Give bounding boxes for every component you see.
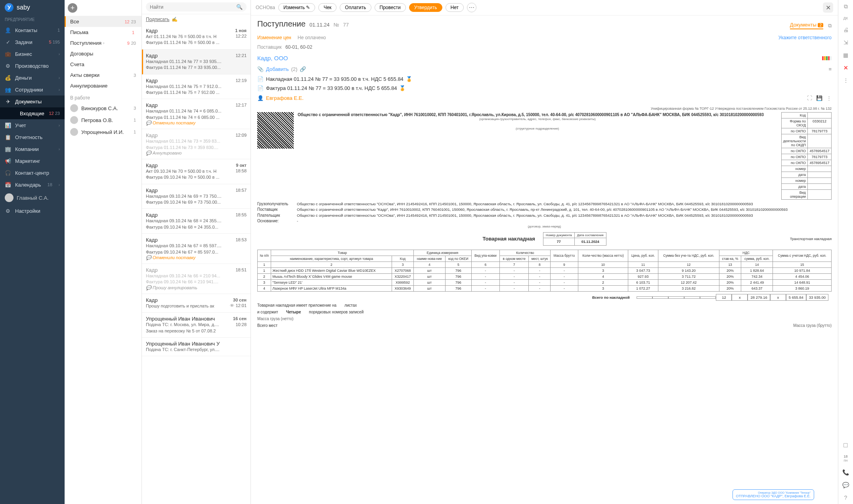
nav-icon: 📊 bbox=[5, 122, 11, 128]
edit-button[interactable]: Изменить ✎ bbox=[278, 3, 315, 12]
folder-Акты сверки[interactable]: Акты сверки3 bbox=[65, 70, 142, 80]
barcode-icon[interactable]: ▦ bbox=[843, 52, 848, 58]
dk-icon[interactable]: ДК bbox=[843, 16, 848, 20]
nav-icon: 📅 bbox=[5, 181, 11, 188]
approver-row[interactable]: 👤 Евграфова Е.Е. ⛶ 💾 ⋮ bbox=[251, 93, 838, 103]
phone-icon[interactable]: 📞 bbox=[842, 469, 849, 475]
medal-icon: 🏅 bbox=[406, 76, 412, 82]
list-item[interactable]: 30 сен👁12:01КадрПрошу подготовить и прис… bbox=[142, 294, 251, 313]
tab-documents[interactable]: Документы 2 bbox=[790, 22, 823, 29]
link-icon[interactable]: 🔗 bbox=[300, 66, 306, 72]
nav-Отчетность[interactable]: 📋Отчетность bbox=[0, 131, 65, 143]
nav-Сотрудники[interactable]: 👥Сотрудники› bbox=[0, 84, 65, 95]
list-item[interactable]: 18:53КадрНакладная 09.10.24 № 67 = 85 59… bbox=[142, 234, 251, 264]
chat-icon[interactable]: 💬 bbox=[842, 482, 849, 488]
more-vertical-icon[interactable]: ⋮ bbox=[826, 95, 832, 101]
status-responsible-link[interactable]: Укажите ответственного bbox=[778, 35, 832, 40]
folder-Поступления[interactable]: Поступления›920 bbox=[65, 38, 142, 48]
nav-Контакты[interactable]: 👤Контакты1 bbox=[0, 24, 65, 36]
sign-link[interactable]: Подписать bbox=[146, 17, 169, 22]
inwork-user[interactable]: Петрова О.В.1 bbox=[65, 114, 142, 126]
folder-annul[interactable]: Аннулирование bbox=[65, 80, 142, 91]
list-item[interactable]: 12:19КадрНакладная 01.11.24 № 75 = 7 912… bbox=[142, 74, 251, 99]
nav-Маркетинг[interactable]: 📢Маркетинг bbox=[0, 155, 65, 167]
document-list[interactable]: 1 ноя12:22КадрАкт 01.11.24 № 76 = 500.00… bbox=[142, 25, 251, 504]
nav-Компании[interactable]: 🏢Компании› bbox=[0, 143, 65, 155]
help-icon[interactable]: ? bbox=[844, 494, 847, 501]
folder-Договоры[interactable]: Договоры bbox=[65, 48, 142, 59]
right-rail: ⧉ ДК 🖨 ⇲ ▦ ✕ ⋮ ☐ 18 пн 📞 💬 ? bbox=[838, 0, 853, 504]
nav-icon: ✈ bbox=[5, 98, 11, 105]
menu-icon[interactable]: ≡ bbox=[828, 66, 832, 72]
no-button[interactable]: Нет bbox=[446, 3, 464, 12]
nav-Контакт-центр[interactable]: 🎧Контакт-центр bbox=[0, 167, 65, 179]
calendar-badge[interactable]: 18 пн bbox=[843, 455, 847, 463]
nav-icon: 👤 bbox=[5, 27, 11, 33]
search-box[interactable]: 🔍 bbox=[146, 2, 247, 11]
pay-button[interactable]: Оплатить bbox=[340, 3, 371, 12]
waybill-title: Товарная накладная bbox=[482, 236, 535, 242]
list-item[interactable]: 16 сен10:28Упрощенный Иван ИвановичПодач… bbox=[142, 313, 251, 338]
nav-icon bbox=[10, 110, 16, 116]
nav-Календарь[interactable]: 📅Календарь18› bbox=[0, 179, 65, 191]
doc-line-1[interactable]: 📄 Накладная 01.11.24 № 77 = 33 935.00 в … bbox=[251, 74, 838, 84]
company-link[interactable]: Кадр, ООО bbox=[257, 55, 288, 61]
list-item[interactable]: Упрощенный Иван Иванович УПодача ТС: г. … bbox=[142, 338, 251, 356]
progress-indicator bbox=[822, 56, 832, 60]
list-item[interactable]: 9 окт18:58КадрАкт 09.10.24 № 70 = 500.00… bbox=[142, 159, 251, 184]
eye-icon: 👁 bbox=[230, 303, 234, 308]
approve-button[interactable]: Утвердить bbox=[409, 3, 442, 12]
doc-line-2[interactable]: 📄 Фактура 01.11.24 № 77 = 33 935.00 в т.… bbox=[251, 84, 838, 93]
close-button[interactable]: ✕ bbox=[823, 2, 833, 13]
folder-Письма[interactable]: Письма1 bbox=[65, 27, 142, 38]
print-icon[interactable]: 🖨 bbox=[843, 27, 849, 33]
delete-icon[interactable]: ✕ bbox=[843, 65, 848, 71]
list-item[interactable]: 18:51КадрНакладная 09.10.24 № 66 = 210 9… bbox=[142, 264, 251, 294]
list-item[interactable]: 12:21КадрНакладная 01.11.24 № 77 = 33 93… bbox=[142, 50, 251, 74]
nav-Входящие[interactable]: Входящие12 23 bbox=[0, 107, 65, 119]
new-window-icon[interactable]: ⧉ bbox=[828, 23, 832, 29]
search-icon[interactable]: 🔍 bbox=[236, 4, 243, 10]
torg-document: Унифицированная форма № ТОРГ-12 Утвержде… bbox=[251, 103, 838, 504]
nav-icon: 🏢 bbox=[5, 146, 11, 152]
inwork-user[interactable]: Винокуров С.А.3 bbox=[65, 102, 142, 114]
search-input[interactable] bbox=[150, 4, 234, 10]
list-item[interactable]: 12:09КадрНакладная 01.11.24 № 73 = 359 8… bbox=[142, 129, 251, 159]
nav-Учет[interactable]: 📊Учет› bbox=[0, 119, 65, 131]
avatar bbox=[5, 193, 13, 202]
folder-Все[interactable]: Все1223 bbox=[65, 16, 142, 27]
inwork-user[interactable]: Упрощенный И.И.1 bbox=[65, 126, 142, 138]
list-item[interactable]: 1 ноя12:22КадрАкт 01.11.24 № 76 = 500.00… bbox=[142, 25, 251, 50]
logo-icon: У bbox=[5, 3, 13, 12]
nav-Производство[interactable]: ⚙Производство bbox=[0, 60, 65, 72]
expand-icon[interactable]: ⛶ bbox=[807, 95, 812, 101]
user-row[interactable]: Главный С.А. bbox=[0, 191, 65, 205]
share-icon[interactable]: ⇲ bbox=[843, 39, 848, 46]
folder-Счета[interactable]: Счета bbox=[65, 59, 142, 70]
nav-Бизнес[interactable]: 💼Бизнес› bbox=[0, 48, 65, 60]
add-button[interactable]: + bbox=[68, 3, 77, 13]
nav-Деньги[interactable]: 💰Деньги› bbox=[0, 72, 65, 84]
list-item[interactable]: 12:17КадрНакладная 01.11.24 № 74 = 6 085… bbox=[142, 99, 251, 129]
org-name: ОСНОва bbox=[256, 5, 275, 10]
nav-icon: 👥 bbox=[5, 86, 11, 93]
chevron-right-icon: › bbox=[59, 183, 60, 187]
nav-Документы[interactable]: ✈Документы bbox=[0, 95, 65, 107]
nav-settings[interactable]: ⚙ Настройки bbox=[0, 205, 65, 217]
add-row[interactable]: 📎 Добавить (2) 🔗 ≡ bbox=[251, 64, 838, 74]
table-row: 2Мышь A4Tech Bloody X´Glides V4M game mo… bbox=[258, 273, 832, 279]
list-item[interactable]: 18:57КадрНакладная 09.10.24 № 69 = 73 75… bbox=[142, 184, 251, 209]
chevron-right-icon: › bbox=[59, 147, 60, 151]
status-unpaid: Не оплачено bbox=[298, 35, 326, 40]
conduct-button[interactable]: Провести bbox=[375, 3, 406, 12]
check-button[interactable]: Чек bbox=[318, 3, 337, 12]
copy-icon[interactable]: ⧉ bbox=[844, 3, 848, 10]
list-item[interactable]: 18:55КадрНакладная 09.10.24 № 68 = 24 35… bbox=[142, 209, 251, 234]
note-icon[interactable]: ☐ bbox=[843, 442, 848, 449]
nav-Задачи[interactable]: ✓Задачи5 195 bbox=[0, 36, 65, 48]
more-icon[interactable]: ⋯ bbox=[467, 3, 476, 12]
org-label: ПРЕДПРИЯТИЕ bbox=[0, 15, 65, 24]
more-icon[interactable]: ⋮ bbox=[843, 77, 849, 84]
save-icon[interactable]: 💾 bbox=[816, 95, 822, 101]
paperclip-icon: 📎 bbox=[257, 66, 264, 72]
